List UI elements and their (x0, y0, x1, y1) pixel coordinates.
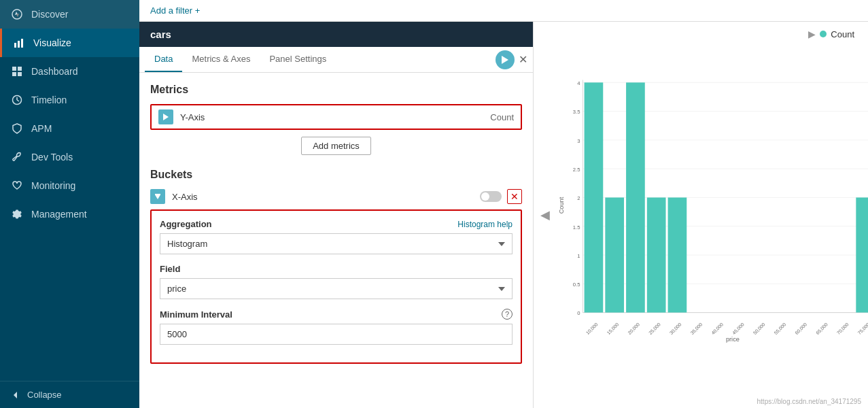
filter-bar: Add a filter + (139, 0, 868, 22)
tab-data[interactable]: Data (145, 47, 182, 72)
bucket-config-section: Aggregation Histogram help Histogram Fie… (150, 209, 522, 364)
run-button[interactable] (496, 50, 515, 69)
chart-area: ◀ ▶ Count Count 0 0.5 1 1.5 2 2.5 3 3.5 … (534, 22, 868, 408)
svg-rect-41 (668, 197, 687, 312)
main-content: Add a filter + cars Data Metrics & Axes … (139, 0, 868, 408)
svg-rect-3 (14, 43, 16, 48)
sidebar-item-dashboard[interactable]: Dashboard (0, 57, 139, 86)
config-scroll-wrapper[interactable]: Metrics Y-Axis Count Add metrics Buckets (139, 73, 533, 408)
url-bar: https://blog.csdn.net/an_34171295 (757, 398, 861, 405)
minimum-interval-row-header: Minimum Interval ? (160, 309, 513, 320)
sidebar-item-visualize[interactable]: Visualize (0, 29, 139, 57)
add-metrics-button[interactable]: Add metrics (301, 137, 371, 155)
tab-panel-settings[interactable]: Panel Settings (260, 47, 336, 72)
svg-text:price: price (726, 336, 740, 343)
svg-rect-42 (856, 197, 868, 312)
svg-rect-38 (605, 197, 624, 312)
svg-text:60,000: 60,000 (794, 322, 808, 335)
gear-icon (11, 208, 23, 220)
tab-metrics-axes[interactable]: Metrics & Axes (182, 47, 260, 72)
sidebar-item-management[interactable]: Management (0, 200, 139, 228)
sidebar-item-devtools[interactable]: Dev Tools (0, 143, 139, 171)
buckets-section: Buckets X-Axis ✕ (150, 169, 522, 364)
svg-text:50,000: 50,000 (752, 322, 766, 335)
sidebar-item-discover[interactable]: Discover (0, 0, 139, 29)
sidebar-item-apm[interactable]: APM (0, 114, 139, 143)
aggregation-select[interactable]: Histogram (160, 233, 513, 254)
minimum-interval-input[interactable] (160, 324, 513, 345)
bucket-toggle-switch[interactable] (480, 191, 502, 202)
y-axis-chart-label: Count (558, 197, 565, 214)
play-icon (502, 56, 508, 64)
aggregation-row: Aggregation Histogram help Histogram (160, 219, 513, 254)
x-axis-bucket-row: X-Axis ✕ (150, 189, 522, 204)
sidebar-collapse-btn[interactable]: Collapse (0, 381, 139, 408)
svg-line-12 (17, 100, 19, 101)
sidebar-item-monitoring[interactable]: Monitoring (0, 171, 139, 200)
field-row: Field price (160, 264, 513, 299)
panel-area: cars Data Metrics & Axes Panel Settings … (139, 22, 868, 408)
svg-text:0: 0 (577, 310, 580, 316)
svg-text:1.5: 1.5 (573, 224, 580, 231)
svg-text:65,000: 65,000 (815, 322, 829, 335)
svg-text:3.5: 3.5 (573, 109, 580, 115)
svg-rect-39 (626, 82, 645, 312)
collapse-label: Collapse (27, 390, 62, 400)
chart-nav-left-button[interactable]: ◀ (540, 207, 550, 222)
x-axis-toggle[interactable] (150, 189, 165, 204)
sidebar-item-label-timelion: Timelion (31, 95, 67, 105)
svg-rect-5 (21, 39, 23, 48)
svg-text:4: 4 (577, 80, 580, 86)
svg-text:2: 2 (577, 195, 580, 201)
histogram-chart: Count 0 0.5 1 1.5 2 2.5 3 3.5 4 (554, 29, 868, 382)
svg-marker-15 (163, 114, 169, 120)
histogram-help-link[interactable]: Histogram help (457, 220, 513, 229)
bar-chart-icon (13, 37, 25, 49)
bucket-actions: ✕ (480, 189, 522, 204)
svg-text:45,000: 45,000 (731, 322, 745, 335)
y-axis-metric-row: Y-Axis Count (150, 104, 522, 130)
sidebar-item-label-discover: Discover (31, 9, 68, 20)
clock-icon (11, 94, 23, 106)
wrench-icon (11, 151, 23, 163)
svg-marker-16 (155, 194, 160, 199)
svg-rect-6 (12, 67, 16, 71)
sidebar-item-label-management: Management (31, 209, 87, 220)
y-axis-toggle[interactable] (158, 109, 173, 124)
play-icon-small (163, 114, 169, 120)
field-row-header: Field (160, 264, 513, 274)
svg-text:75,000: 75,000 (857, 322, 868, 335)
help-icon[interactable]: ? (502, 309, 513, 320)
sidebar-item-label-monitoring: Monitoring (31, 180, 75, 191)
chevron-left-icon (11, 390, 20, 400)
svg-rect-40 (647, 197, 666, 312)
sidebar-item-label-visualize: Visualize (33, 37, 71, 48)
svg-text:25,000: 25,000 (648, 322, 661, 335)
sidebar-item-timelion[interactable]: Timelion (0, 86, 139, 114)
heart-icon (11, 180, 23, 192)
shield-icon (11, 122, 23, 135)
buckets-section-title: Buckets (150, 169, 522, 181)
close-panel-button[interactable]: ✕ (519, 53, 527, 66)
y-axis-label: Y-Axis (180, 112, 490, 122)
add-filter-button[interactable]: Add a filter + (150, 5, 200, 16)
svg-rect-8 (12, 72, 16, 76)
minimum-interval-label: Minimum Interval (160, 309, 232, 320)
toggle-switch-inner[interactable] (480, 191, 502, 202)
svg-rect-9 (18, 72, 22, 76)
delete-bucket-button[interactable]: ✕ (507, 189, 522, 204)
svg-text:0.5: 0.5 (573, 282, 580, 288)
sidebar-item-label-devtools: Dev Tools (31, 152, 73, 163)
svg-text:20,000: 20,000 (627, 322, 640, 335)
svg-text:70,000: 70,000 (836, 322, 850, 335)
metrics-section-title: Metrics (150, 84, 522, 96)
svg-text:3: 3 (577, 138, 580, 144)
minimum-interval-row: Minimum Interval ? (160, 309, 513, 345)
svg-text:1: 1 (577, 253, 580, 259)
y-axis-value: Count (490, 112, 514, 122)
svg-rect-4 (18, 41, 20, 48)
aggregation-row-header: Aggregation Histogram help (160, 219, 513, 229)
svg-text:35,000: 35,000 (690, 322, 704, 335)
field-select[interactable]: price (160, 278, 513, 299)
svg-text:2.5: 2.5 (573, 167, 580, 173)
